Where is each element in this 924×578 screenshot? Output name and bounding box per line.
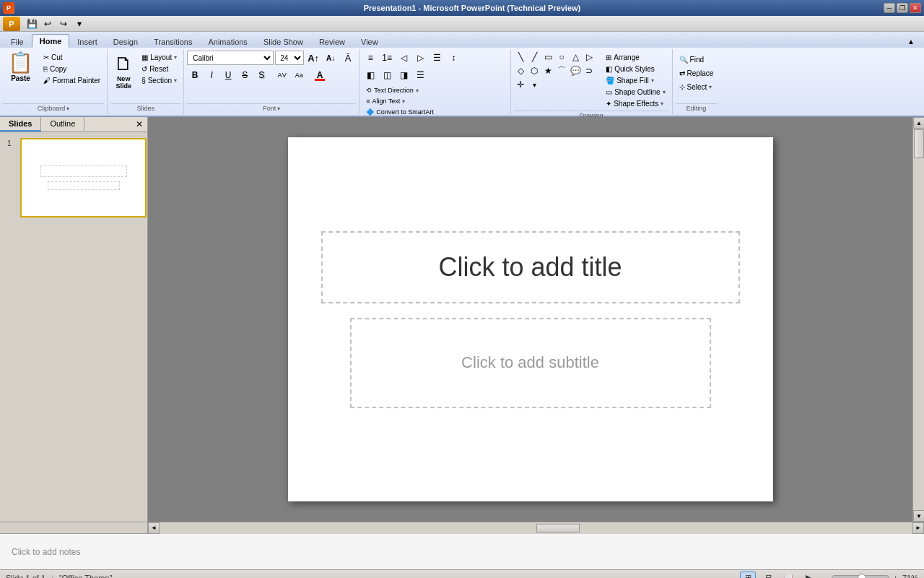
- find-button[interactable]: 🔍 Find: [676, 53, 718, 66]
- tab-review[interactable]: Review: [311, 35, 353, 48]
- font-shrink-button[interactable]: A↓: [323, 51, 339, 65]
- layout-button[interactable]: ▦ Layout ▾: [138, 52, 180, 63]
- normal-view-button[interactable]: ⊞: [740, 571, 756, 579]
- reading-view-button[interactable]: 📖: [780, 571, 796, 579]
- format-painter-button[interactable]: 🖌 Format Painter: [40, 75, 104, 86]
- scroll-left-button[interactable]: ◄: [148, 522, 160, 534]
- slide-thumbnail[interactable]: [20, 138, 147, 217]
- customize-qa-button[interactable]: ▾: [72, 17, 87, 30]
- slideshow-button[interactable]: ▶: [801, 571, 816, 579]
- title-placeholder[interactable]: Click to add title: [321, 231, 740, 303]
- shape-cross[interactable]: ✛: [514, 78, 527, 91]
- bold-button[interactable]: B: [187, 68, 203, 82]
- zoom-in-button[interactable]: +: [892, 574, 899, 579]
- tab-home[interactable]: Home: [32, 34, 70, 48]
- character-spacing-button[interactable]: AV: [274, 68, 290, 82]
- align-center-button[interactable]: ◫: [379, 68, 395, 82]
- shadow-button[interactable]: S: [253, 68, 269, 82]
- justify-button[interactable]: ☰: [412, 68, 428, 82]
- save-button[interactable]: 💾: [25, 17, 39, 30]
- decrease-indent-button[interactable]: ◁: [396, 51, 411, 65]
- minimize-button[interactable]: ─: [884, 3, 895, 13]
- font-color-button[interactable]: A: [312, 68, 328, 82]
- tab-transitions[interactable]: Transitions: [146, 35, 200, 48]
- tab-design[interactable]: Design: [105, 35, 146, 48]
- shape-fill-button[interactable]: 🪣 Shape Fill ▾: [602, 75, 668, 86]
- shape-bracket[interactable]: ⊃: [583, 64, 596, 77]
- shape-callout[interactable]: 💬: [569, 64, 582, 77]
- slide-sorter-button[interactable]: ⊟: [760, 571, 776, 579]
- scroll-up-button[interactable]: ▲: [913, 117, 924, 129]
- shape-rect[interactable]: ▭: [541, 51, 554, 64]
- shape-more[interactable]: ▾: [528, 78, 541, 91]
- shape-triangle[interactable]: △: [569, 51, 582, 64]
- h-scroll-thumb[interactable]: [536, 524, 580, 532]
- line-spacing-button[interactable]: ↕: [445, 51, 461, 65]
- shape-rtarrow[interactable]: ▷: [583, 51, 596, 64]
- numbering-button[interactable]: 1≡: [379, 51, 395, 65]
- tab-insert[interactable]: Insert: [69, 35, 105, 48]
- shape-diamond[interactable]: ◇: [514, 64, 527, 77]
- zoom-slider[interactable]: [832, 575, 889, 579]
- shape-line2[interactable]: ╱: [528, 51, 541, 64]
- zoom-out-button[interactable]: −: [821, 574, 828, 579]
- font-size-select[interactable]: 24: [275, 51, 304, 65]
- scroll-thumb[interactable]: [914, 129, 924, 158]
- clipboard-group-label[interactable]: Clipboard ▾: [3, 103, 104, 113]
- replace-button[interactable]: ⇄ Replace: [676, 67, 718, 79]
- italic-button[interactable]: I: [204, 68, 219, 82]
- change-case-button[interactable]: Aa: [291, 68, 307, 82]
- office-button[interactable]: P: [3, 17, 20, 31]
- shape-curved[interactable]: ⌒: [555, 64, 568, 77]
- undo-button[interactable]: ↩: [40, 17, 55, 30]
- font-group-label[interactable]: Font ▾: [187, 103, 356, 113]
- reset-button[interactable]: ↺ Reset: [138, 64, 180, 74]
- editing-group-label: Editing: [676, 103, 718, 113]
- scroll-down-button[interactable]: ▼: [913, 510, 924, 522]
- new-slide-button[interactable]: 🗋 NewSlide: [110, 51, 136, 92]
- convert-smartart-button[interactable]: 🔷 Convert to SmartArt: [362, 107, 437, 117]
- restore-button[interactable]: ❐: [897, 3, 908, 13]
- select-button[interactable]: ⊹ Select ▾: [676, 81, 718, 93]
- scroll-right-button[interactable]: ►: [912, 522, 924, 534]
- paste-button[interactable]: 📋 Paste: [3, 51, 38, 85]
- slide-canvas[interactable]: Click to add title Click to add subtitle: [288, 137, 773, 501]
- shape-line[interactable]: ╲: [514, 51, 527, 64]
- notes-area[interactable]: Click to add notes: [0, 533, 924, 569]
- cut-button[interactable]: ✂ Cut: [40, 52, 104, 63]
- outline-tab[interactable]: Outline: [41, 117, 84, 131]
- align-left-button[interactable]: ◧: [362, 68, 378, 82]
- shape-circle[interactable]: ○: [555, 51, 568, 64]
- subtitle-placeholder[interactable]: Click to add subtitle: [350, 318, 711, 408]
- columns-button[interactable]: ☰: [429, 51, 445, 65]
- increase-indent-button[interactable]: ▷: [412, 51, 428, 65]
- shape-star[interactable]: ★: [541, 64, 554, 77]
- text-direction-button[interactable]: ⟲ Text Direction ▾: [362, 85, 422, 95]
- redo-button[interactable]: ↪: [56, 17, 71, 30]
- align-right-button[interactable]: ◨: [396, 68, 411, 82]
- arrange-button[interactable]: ⊞ Arrange: [602, 52, 668, 63]
- bullets-button[interactable]: ≡: [362, 51, 378, 65]
- tab-view[interactable]: View: [353, 35, 386, 48]
- font-grow-button[interactable]: A↑: [305, 51, 321, 65]
- shape-hex[interactable]: ⬡: [528, 64, 541, 77]
- shape-effects-button[interactable]: ✦ Shape Effects ▾: [602, 98, 668, 109]
- strikethrough-button[interactable]: S: [237, 68, 253, 82]
- shape-outline-button[interactable]: ▭ Shape Outline ▾: [602, 87, 668, 98]
- ribbon-minimize-button[interactable]: ▲: [904, 35, 918, 48]
- underline-button[interactable]: U: [220, 68, 236, 82]
- quick-styles-button[interactable]: ◧ Quick Styles: [602, 64, 668, 74]
- select-icon: ⊹: [679, 83, 685, 91]
- zoom-slider-thumb[interactable]: [858, 574, 866, 579]
- slides-tab[interactable]: Slides: [0, 117, 41, 131]
- section-button[interactable]: § Section ▾: [138, 75, 180, 86]
- close-button[interactable]: ✕: [910, 3, 921, 13]
- tab-file[interactable]: File: [3, 35, 32, 48]
- clear-formatting-button[interactable]: Ā: [340, 51, 356, 65]
- slide-panel-close-button[interactable]: ✕: [131, 117, 147, 131]
- font-name-select[interactable]: Calibri: [187, 51, 274, 65]
- align-text-button[interactable]: ≡ Align Text ▾: [362, 96, 409, 106]
- copy-button[interactable]: ⎘ Copy: [40, 64, 104, 74]
- tab-slideshow[interactable]: Slide Show: [256, 35, 311, 48]
- tab-animations[interactable]: Animations: [200, 35, 255, 48]
